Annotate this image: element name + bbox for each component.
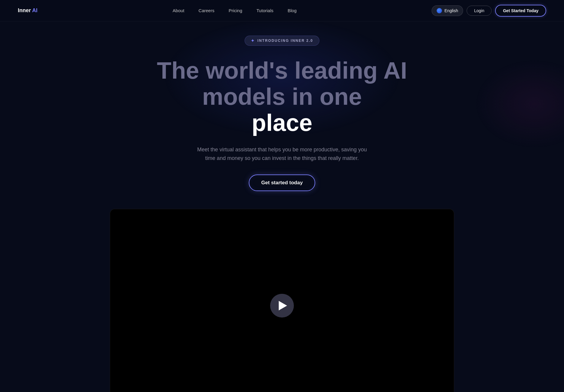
- navbar-actions: English Login Get Started Today: [432, 5, 546, 17]
- logo[interactable]: Inner AI: [18, 7, 37, 14]
- sparkle-icon: ✦: [251, 38, 255, 43]
- hero-title: The world's leading AI models in one pla…: [134, 58, 430, 136]
- language-label: English: [444, 8, 458, 13]
- nav-blog[interactable]: Blog: [288, 8, 297, 13]
- nav-careers[interactable]: Careers: [199, 8, 214, 13]
- hero-subtitle: Meet the virtual assistant that helps yo…: [196, 145, 368, 163]
- play-button[interactable]: [270, 294, 294, 318]
- nav-links: About Careers Pricing Tutorials Blog: [173, 8, 297, 13]
- nav-pricing[interactable]: Pricing: [229, 8, 242, 13]
- video-player[interactable]: [110, 209, 454, 392]
- intro-badge: ✦ INTRODUCING INNER 2.0: [245, 36, 319, 46]
- login-button[interactable]: Login: [467, 6, 492, 16]
- hero-section: ✦ INTRODUCING INNER 2.0 The world's lead…: [0, 0, 564, 392]
- hero-cta-button[interactable]: Get started today: [249, 174, 315, 191]
- hero-title-line1: The world's leading AI models in one: [157, 57, 407, 110]
- language-selector[interactable]: English: [432, 5, 463, 16]
- nav-tutorials[interactable]: Tutorials: [256, 8, 273, 13]
- play-icon: [279, 301, 287, 310]
- hero-title-line2: place: [252, 109, 313, 136]
- navbar: Inner AI About Careers Pricing Tutorials…: [0, 0, 564, 21]
- badge-text: INTRODUCING INNER 2.0: [257, 39, 313, 43]
- language-icon: [437, 8, 442, 13]
- get-started-button[interactable]: Get Started Today: [495, 5, 546, 17]
- nav-about[interactable]: About: [173, 8, 184, 13]
